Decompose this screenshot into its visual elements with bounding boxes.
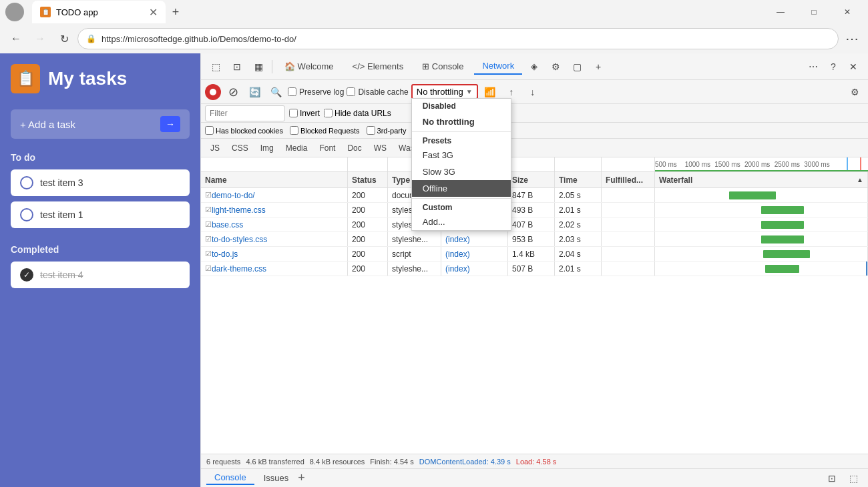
browser-tab-active[interactable]: 📋 TODO app ✕ — [32, 1, 166, 23]
row-status-5: 200 — [348, 247, 388, 261]
throttle-dropdown[interactable]: No throttling ▼ Disabled No throttling P… — [411, 84, 478, 99]
new-tab-button[interactable]: + — [166, 2, 186, 22]
row-size-1: 847 B — [508, 188, 555, 202]
search-network-button[interactable]: 🔍 — [266, 83, 285, 101]
record-button[interactable] — [205, 84, 221, 100]
col-header-fulfilled[interactable]: Fulfilled... — [602, 172, 655, 187]
initiator-link-6[interactable]: (index) — [445, 264, 470, 274]
throttle-option-fast3g[interactable]: Fast 3G — [412, 147, 511, 163]
back-button[interactable]: ← — [5, 28, 27, 49]
col-header-size[interactable]: Size — [508, 172, 555, 187]
network-settings-button[interactable]: ⚙ — [845, 83, 864, 101]
third-party-checkbox[interactable] — [367, 126, 375, 135]
minimize-button[interactable]: — — [765, 2, 796, 22]
close-button[interactable]: ✕ — [832, 2, 863, 22]
type-filter-css[interactable]: CSS — [226, 142, 254, 154]
network-table: Name Status Type Initiator Size Time Ful… — [201, 172, 868, 454]
tab-network[interactable]: Network — [474, 58, 522, 75]
fetch-icon[interactable]: 🔄 — [245, 83, 264, 101]
dom-content-loaded-time: DOMContentLoaded: 4.39 s — [419, 458, 511, 466]
hide-data-url-checkbox[interactable] — [324, 109, 333, 117]
throttle-option-add[interactable]: Add... — [412, 213, 511, 230]
preserve-log-checkbox[interactable] — [288, 87, 296, 96]
task-text-1: test item 3 — [40, 177, 83, 188]
throttle-option-no-throttling[interactable]: No throttling — [412, 113, 511, 130]
devtools-dock-button[interactable]: ▦ — [249, 57, 268, 76]
add-task-button[interactable]: + Add a task → — [11, 109, 190, 139]
tab-settings-icon[interactable]: ⚙ — [546, 57, 565, 76]
devtools-close-button[interactable]: ✕ — [844, 57, 863, 76]
blocked-cookies-bar: Has blocked cookies Blocked Requests 3rd… — [201, 123, 868, 139]
address-bar[interactable]: 🔒 https://microsoftedge.github.io/Demos/… — [77, 28, 839, 49]
refresh-button[interactable]: ↻ — [53, 28, 75, 49]
disable-cache-checkbox[interactable] — [347, 87, 355, 96]
col-header-waterfall[interactable]: Waterfall ▲ — [655, 172, 868, 187]
blocked-requests-checkbox[interactable] — [290, 126, 298, 135]
throttle-option-offline[interactable]: Offline — [412, 180, 511, 197]
task-item-1[interactable]: test item 3 — [11, 169, 190, 196]
table-row[interactable]: ☑ base.css 200 styleshe... (index) 407 B… — [201, 217, 868, 232]
tab-close-button[interactable]: ✕ — [149, 6, 158, 19]
tab-add-icon[interactable]: + — [589, 57, 608, 76]
row-name-6: ☑ dark-theme.css — [201, 262, 348, 276]
row-time-3: 2.02 s — [555, 217, 602, 231]
has-blocked-cookies-checkbox[interactable] — [205, 126, 214, 135]
bottom-split-button[interactable]: ⊡ — [823, 469, 841, 488]
disable-cache-label: Disable cache — [347, 87, 408, 97]
invert-checkbox[interactable] — [289, 109, 298, 117]
initiator-link-5[interactable]: (index) — [445, 250, 470, 259]
row-status-4: 200 — [348, 232, 388, 246]
devtools-more-button[interactable]: ⋯ — [804, 57, 823, 76]
forward-button[interactable]: → — [29, 28, 51, 49]
table-row[interactable]: ☑ dark-theme.css 200 styleshe... (index)… — [201, 262, 868, 276]
tab-elements[interactable]: </> Elements — [345, 59, 412, 74]
col-header-status[interactable]: Status — [348, 172, 388, 187]
tab-panel-icon[interactable]: ▢ — [568, 57, 586, 76]
devtools-corner-controls: ⋯ ? ✕ — [804, 57, 863, 76]
initiator-link-4[interactable]: (index) — [445, 235, 470, 244]
row-initiator-4: (index) — [441, 232, 508, 246]
throttle-menu-disabled-header: Disabled — [412, 99, 511, 113]
network-status-bar: 6 requests 4.6 kB transferred 8.4 kB res… — [201, 454, 868, 468]
load-time: Load: 4.58 s — [516, 458, 557, 466]
download-button[interactable]: ↓ — [523, 83, 542, 101]
task-item-2[interactable]: test item 1 — [11, 201, 190, 228]
timeline-green-line — [655, 170, 868, 171]
row-fulfilled-2 — [602, 203, 655, 217]
task-checkbox-1[interactable] — [20, 176, 33, 189]
table-row[interactable]: ☑ demo-to-do/ 200 docum... Other 847 B 2… — [201, 188, 868, 203]
devtools-help-button[interactable]: ? — [824, 57, 843, 76]
task-checkbox-2[interactable] — [20, 208, 33, 221]
bottom-tab-console[interactable]: Console — [206, 471, 254, 485]
maximize-button[interactable]: □ — [799, 2, 829, 22]
devtools-device-button[interactable]: ⊡ — [228, 57, 246, 76]
col-header-time[interactable]: Time — [555, 172, 602, 187]
table-row[interactable]: ☑ to-do.js 200 script (index) 1.4 kB 2.0… — [201, 247, 868, 262]
tab-console[interactable]: ⊞ Console — [414, 59, 471, 74]
tab-welcome[interactable]: 🏠 Welcome — [276, 59, 342, 74]
throttle-menu-presets-header: Presets — [412, 133, 511, 147]
devtools-inspect-button[interactable]: ⬚ — [206, 57, 225, 76]
col-header-name[interactable]: Name — [201, 172, 348, 187]
task-item-completed-1[interactable]: ✓ test item 4 — [11, 262, 190, 288]
tab-sources-icon[interactable]: ◈ — [525, 57, 544, 76]
filter-input[interactable] — [205, 105, 285, 121]
bottom-expand-button[interactable]: ⬚ — [844, 469, 863, 488]
type-filter-js[interactable]: JS — [205, 142, 225, 154]
type-filter-media[interactable]: Media — [280, 142, 313, 154]
throttle-option-slow3g[interactable]: Slow 3G — [412, 163, 511, 180]
throttle-menu-sep2 — [412, 198, 511, 199]
type-filter-doc[interactable]: Doc — [342, 142, 367, 154]
table-row[interactable]: ☑ to-do-styles.css 200 styleshe... (inde… — [201, 232, 868, 247]
todo-app-icon: 📋 — [11, 64, 40, 93]
table-row[interactable]: ☑ light-theme.css 200 styleshe... (index… — [201, 203, 868, 217]
task-check-icon: ✓ — [20, 268, 33, 282]
type-filter-ws[interactable]: WS — [369, 142, 392, 154]
bottom-add-tab-button[interactable]: + — [298, 471, 305, 485]
type-filter-img[interactable]: Img — [255, 142, 279, 154]
clear-button[interactable]: ⊘ — [224, 83, 242, 101]
browser-menu-button[interactable]: ⋯ — [841, 28, 863, 49]
type-filter-font[interactable]: Font — [314, 142, 341, 154]
bottom-tab-issues[interactable]: Issues — [256, 472, 297, 484]
row-type-6: styleshe... — [388, 262, 441, 276]
